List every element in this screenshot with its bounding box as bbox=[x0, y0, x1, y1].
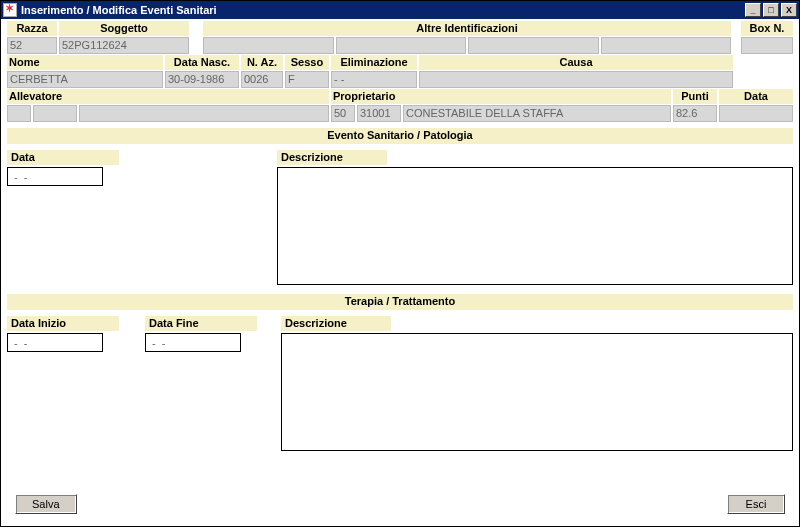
app-icon bbox=[3, 3, 17, 17]
input-terapia-descrizione[interactable] bbox=[281, 333, 793, 451]
input-evento-descrizione[interactable] bbox=[277, 167, 793, 285]
label-eliminazione: Eliminazione bbox=[331, 55, 417, 70]
section-evento-title: Evento Sanitario / Patologia bbox=[7, 128, 793, 144]
section-terapia-title: Terapia / Trattamento bbox=[7, 294, 793, 310]
field-proprietario-prov[interactable]: 50 bbox=[331, 105, 355, 122]
label-data: Data bbox=[719, 89, 793, 104]
field-data-nasc[interactable]: 30-09-1986 bbox=[165, 71, 239, 88]
label-causa: Causa bbox=[419, 55, 733, 70]
field-proprietario-nome[interactable]: CONESTABILE DELLA STAFFA bbox=[403, 105, 671, 122]
field-altre-id-1[interactable] bbox=[203, 37, 334, 54]
field-data[interactable] bbox=[719, 105, 793, 122]
label-data-nasc: Data Nasc. bbox=[165, 55, 239, 70]
save-button[interactable]: Salva bbox=[15, 494, 77, 514]
label-sesso: Sesso bbox=[285, 55, 329, 70]
field-allevatore-prov[interactable] bbox=[7, 105, 31, 122]
field-sesso[interactable]: F bbox=[285, 71, 329, 88]
input-terapia-data-inizio[interactable] bbox=[7, 333, 103, 352]
field-causa[interactable] bbox=[419, 71, 733, 88]
field-altre-id-4[interactable] bbox=[601, 37, 732, 54]
label-n-az: N. Az. bbox=[241, 55, 283, 70]
field-box[interactable] bbox=[741, 37, 793, 54]
maximize-button[interactable]: □ bbox=[763, 3, 779, 17]
label-altre-identificazioni: Altre Identificazioni bbox=[203, 21, 731, 36]
field-nome[interactable]: CERBETTA bbox=[7, 71, 163, 88]
content: Razza Soggetto Altre Identificazioni Box… bbox=[1, 19, 799, 526]
titlebar: Inserimento / Modifica Eventi Sanitari _… bbox=[1, 1, 799, 19]
input-terapia-data-fine[interactable] bbox=[145, 333, 241, 352]
minimize-button[interactable]: _ bbox=[745, 3, 761, 17]
label-allevatore: Allevatore bbox=[7, 89, 329, 104]
field-soggetto[interactable]: 52PG112624 bbox=[59, 37, 189, 54]
label-evento-descrizione: Descrizione bbox=[277, 150, 387, 165]
field-eliminazione[interactable]: - - bbox=[331, 71, 417, 88]
window-title: Inserimento / Modifica Eventi Sanitari bbox=[21, 4, 217, 16]
input-evento-data[interactable] bbox=[7, 167, 103, 186]
footer: Salva Esci bbox=[7, 490, 793, 520]
field-altre-id-3[interactable] bbox=[468, 37, 599, 54]
label-soggetto: Soggetto bbox=[59, 21, 189, 36]
label-proprietario: Proprietario bbox=[331, 89, 671, 104]
field-razza[interactable]: 52 bbox=[7, 37, 57, 54]
field-altre-id-2[interactable] bbox=[336, 37, 467, 54]
field-proprietario-cod[interactable]: 31001 bbox=[357, 105, 401, 122]
field-allevatore-nome[interactable] bbox=[79, 105, 329, 122]
window: Inserimento / Modifica Eventi Sanitari _… bbox=[0, 0, 800, 527]
field-allevatore-cod[interactable] bbox=[33, 105, 77, 122]
close-button[interactable]: X bbox=[781, 3, 797, 17]
label-nome: Nome bbox=[7, 55, 163, 70]
label-box: Box N. bbox=[741, 21, 793, 36]
label-terapia-data-inizio: Data Inizio bbox=[7, 316, 119, 331]
field-n-az[interactable]: 0026 bbox=[241, 71, 283, 88]
label-terapia-data-fine: Data Fine bbox=[145, 316, 257, 331]
label-evento-data: Data bbox=[7, 150, 119, 165]
exit-button[interactable]: Esci bbox=[727, 494, 785, 514]
label-punti: Punti bbox=[673, 89, 717, 104]
label-terapia-descrizione: Descrizione bbox=[281, 316, 391, 331]
field-punti[interactable]: 82.6 bbox=[673, 105, 717, 122]
label-razza: Razza bbox=[7, 21, 57, 36]
